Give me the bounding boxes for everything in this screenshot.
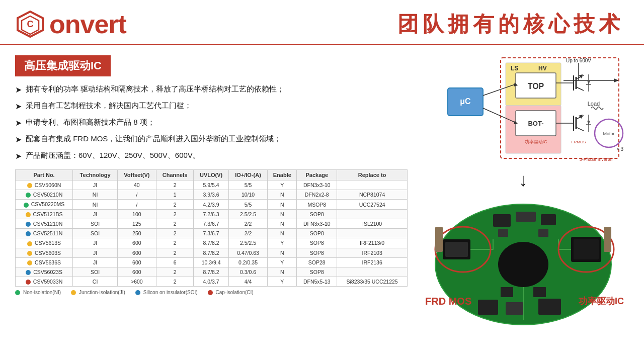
arrow-down: ↓ [519,171,528,189]
table-cell: CSV5613S [16,238,73,248]
table-cell: CSV5121BS [16,209,73,219]
col-header-replace: Replace to [337,170,408,180]
col-header-io: IO+/IO-(A) [228,170,267,180]
circuit-diagram: LS HV Up to 600V TOP BOT- μC [423,55,624,166]
table-cell: CSV51210N [16,219,73,228]
table-cell: / [117,190,156,200]
svg-rect-52 [541,214,556,225]
svg-line-35 [576,127,584,131]
table-cell: 2 [156,200,194,209]
svg-text:HV: HV [538,65,547,72]
table-cell: CSV5603S [16,248,73,257]
table-cell: JI [73,180,118,190]
table-cell: SOP8 [297,248,337,257]
svg-rect-59 [538,299,561,315]
table-cell: 2/2 [228,219,267,228]
svg-text:LS: LS [511,65,518,72]
legend-item-ji: Junction-isolation(JI) [71,290,125,295]
svg-text:× 3: × 3 [616,146,624,152]
list-item: ➤ 拥有专利的功率 驱动结构和隔离技术，释放了高压半桥结构对工艺的依赖性； [15,83,408,96]
table-cell: 1 [156,190,194,200]
power-ic-label: 功率驱动IC [579,295,624,307]
svg-rect-67 [604,227,611,252]
dot-ci [208,290,213,295]
col-header-tech: Technology [73,170,118,180]
svg-text:3-Phase Inverter: 3-Phase Inverter [580,157,613,162]
table-cell: >600 [117,277,156,287]
table-cell: SOI [73,229,118,238]
table-cell: N [268,190,297,200]
table-cell: 8.7/8.2 [194,238,228,248]
svg-marker-11 [614,78,619,82]
table-cell: SOP28 [297,257,337,267]
section-title: 高压集成驱动IC [15,55,111,76]
col-header-partno: Part No. [16,170,73,180]
logo-icon: C [15,9,45,39]
table-row: CSV5603SJI60028.7/8.20.47/0.63NSOP8IRF21… [16,248,408,257]
legend-item-ni: Non-isolation(NI) [15,290,61,295]
svg-marker-29 [587,80,590,84]
table-cell [337,229,408,238]
table-cell: N [268,200,297,209]
table-cell: 2 [156,209,194,219]
table-cell: CSV59033N [16,277,73,287]
table-cell: SOP8 [297,229,337,238]
left-panel: 高压集成驱动IC ➤ 拥有专利的功率 驱动结构和隔离技术，释放了高压半桥结构对工… [15,55,408,335]
dot-blue [135,290,140,295]
bullet-arrow: ➤ [15,134,22,146]
svg-rect-56 [574,239,599,259]
svg-text:C: C [27,19,34,29]
table-cell: CSV52511N [16,229,73,238]
svg-text:μC: μC [460,97,471,106]
list-item: ➤ 采用自有工艺制程技术，解决国内工艺代工门槛； [15,100,408,113]
bullet-arrow: ➤ [15,101,22,113]
table-cell: Si8233/35 UCC21225 [337,277,408,287]
right-panel: LS HV Up to 600V TOP BOT- μC [418,55,629,335]
table-cell: DFN3x3-10 [297,180,337,190]
table-row: CSV5121BSJI10027.2/6.32.5/2.5NSOP8 [16,209,408,219]
table-cell: NCP81074 [337,190,408,200]
table-cell: 7.3/6.7 [194,229,228,238]
table-cell: 8.7/8.2 [194,248,228,257]
svg-text:Load: Load [588,101,600,107]
table-cell: 2/2 [228,229,267,238]
table-cell: 5.9/5.4 [194,180,228,190]
table-cell: CSV5060N [16,180,73,190]
table-cell: 250 [117,229,156,238]
table-cell: 600 [117,267,156,277]
table-cell: SOI [73,267,118,277]
table-cell: 10.3/9.4 [194,257,228,267]
table-cell: JI [73,257,118,267]
table-cell: Y [268,277,297,287]
table-cell: IRF2113/0 [337,238,408,248]
logo-area: C onvert [15,9,126,39]
dot-yellow [71,290,76,295]
product-table: Part No. Technology Voffset(V) Channels … [15,169,408,287]
table-row: CSV56023SSOI60028.7/8.20.3/0.6NSOP8 [16,267,408,277]
svg-rect-54 [445,242,468,257]
table-cell: DFN2x2-8 [297,190,337,200]
table-cell: SOI [73,219,118,228]
table-cell: IRF2136 [337,257,408,267]
svg-rect-66 [435,227,443,252]
legend-item-soi: Silicon on insulator(SOI) [135,290,198,295]
table-cell: 100 [117,209,156,219]
pcb-board-svg [428,199,619,330]
header: C onvert 团队拥有的核心技术 [0,0,644,45]
table-cell: 600 [117,238,156,248]
table-cell: DFN5x5-13 [297,277,337,287]
table-cell: 125 [117,219,156,228]
table-cell: 40 [117,180,156,190]
table-cell: / [117,200,156,209]
table-row: CSV5060NJI4025.9/5.45/5YDFN3x3-10 [16,180,408,190]
circuit-svg: LS HV Up to 600V TOP BOT- μC [423,55,624,166]
table-row: CSV52511NSOI25027.3/6.72/2NSOP8 [16,229,408,238]
table-cell: 2 [156,248,194,257]
list-item: ➤ 配套自有集成 FRD MOS，让我们的产品顺利进入国外垄断的工业控制领域； [15,133,408,146]
legend: Non-isolation(NI) Junction-isolation(JI)… [15,290,408,295]
table-cell: UCC27524 [337,200,408,209]
svg-text:FRMOS: FRMOS [572,140,586,144]
table-cell: 2.5/2.5 [228,209,267,219]
table-cell: ISL2100 [337,219,408,228]
legend-item-ci: Cap-isolation(CI) [208,290,254,295]
